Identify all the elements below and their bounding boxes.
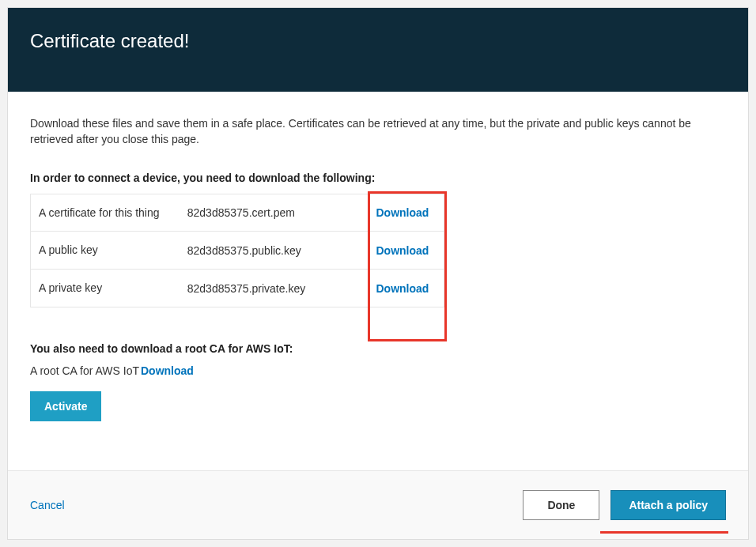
table-row: A private key 82d3d85375.private.key Dow… [31, 270, 444, 307]
modal-content: Download these files and save them in a … [8, 92, 748, 470]
download-link-public[interactable]: Download [376, 244, 429, 257]
table-row: A certificate for this thing 82d3d85375.… [31, 194, 444, 232]
file-desc: A public key [31, 232, 180, 270]
rootca-line: A root CA for AWS IoTDownload [30, 364, 726, 377]
files-table: A certificate for this thing 82d3d85375.… [30, 194, 444, 308]
file-name: 82d3d85375.cert.pem [180, 194, 361, 232]
file-desc: A private key [31, 270, 180, 307]
footer-right: Done Attach a policy [523, 490, 726, 520]
download-link-cert[interactable]: Download [376, 206, 429, 219]
rootca-section: You also need to download a root CA for … [30, 342, 726, 377]
rootca-download-link[interactable]: Download [141, 364, 194, 377]
download-link-private[interactable]: Download [376, 282, 429, 295]
file-name: 82d3d85375.private.key [180, 270, 361, 307]
done-button[interactable]: Done [523, 490, 599, 520]
certificate-created-modal: Certificate created! Download these file… [7, 7, 749, 540]
download-section-title: In order to connect a device, you need t… [30, 172, 726, 184]
rootca-label: A root CA for AWS IoT [30, 364, 139, 377]
page-title: Certificate created! [30, 30, 726, 52]
file-desc: A certificate for this thing [31, 194, 180, 232]
cancel-link[interactable]: Cancel [30, 499, 65, 511]
attach-highlight-underline [600, 531, 728, 534]
attach-policy-button[interactable]: Attach a policy [610, 490, 726, 520]
intro-text: Download these files and save them in a … [30, 115, 726, 148]
modal-footer: Cancel Done Attach a policy [8, 470, 748, 539]
modal-header: Certificate created! [8, 8, 748, 92]
activate-button[interactable]: Activate [30, 391, 101, 421]
files-table-wrap: A certificate for this thing 82d3d85375.… [30, 194, 444, 340]
file-name: 82d3d85375.public.key [180, 232, 361, 270]
rootca-title: You also need to download a root CA for … [30, 342, 726, 355]
table-row: A public key 82d3d85375.public.key Downl… [31, 232, 444, 270]
